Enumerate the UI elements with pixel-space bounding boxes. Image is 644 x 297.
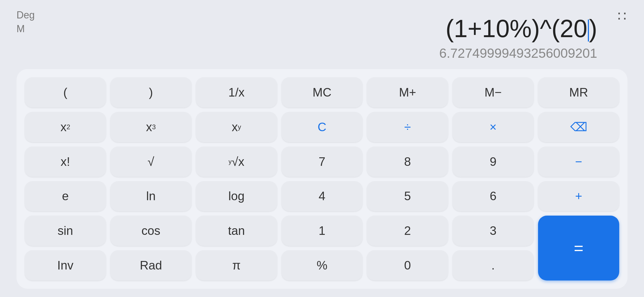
factorial-button[interactable]: x! <box>25 147 106 177</box>
inverse-button[interactable]: Inv <box>25 250 106 280</box>
memory-recall-button[interactable]: MR <box>538 77 619 108</box>
subtract-button[interactable]: − <box>538 147 619 177</box>
zero-button[interactable]: 0 <box>367 250 448 280</box>
memory-mode: M <box>17 22 35 36</box>
keypad-row-1: ( ) 1/x MC M+ M− MR <box>25 77 619 108</box>
memory-minus-button[interactable]: M− <box>452 77 534 108</box>
equals-button[interactable]: = <box>538 216 619 280</box>
close-paren-button[interactable]: ) <box>110 77 192 108</box>
nine-button[interactable]: 9 <box>452 147 534 177</box>
tan-button[interactable]: tan <box>196 216 277 246</box>
euler-button[interactable]: e <box>25 181 106 211</box>
two-button[interactable]: 2 <box>367 216 448 246</box>
square-button[interactable]: x2 <box>25 112 106 142</box>
three-button[interactable]: 3 <box>452 216 534 246</box>
keypad: ( ) 1/x MC M+ M− MR x2 x3 xy C ÷ × ⌫ x! … <box>17 69 627 289</box>
ln-button[interactable]: ln <box>110 181 192 211</box>
keypad-container: ( ) 1/x MC M+ M− MR x2 x3 xy C ÷ × ⌫ x! … <box>0 66 644 297</box>
keypad-row-4: e ln log 4 5 6 + <box>25 181 619 211</box>
keypad-row-3: x! √ y√x 7 8 9 − <box>25 147 619 177</box>
seven-button[interactable]: 7 <box>282 147 363 177</box>
decimal-button[interactable]: . <box>452 250 534 280</box>
nth-root-button[interactable]: y√x <box>196 147 277 177</box>
keypad-row-2: x2 x3 xy C ÷ × ⌫ <box>25 112 619 142</box>
log-button[interactable]: log <box>196 181 277 211</box>
four-button[interactable]: 4 <box>282 181 363 211</box>
mode-labels: Deg M <box>17 8 35 36</box>
sin-button[interactable]: sin <box>25 216 106 246</box>
pi-button[interactable]: π <box>196 250 277 280</box>
power-button[interactable]: xy <box>196 112 277 142</box>
display-area: Deg M ∷ (1+10%)^(20) 6.72749999493256009… <box>0 0 644 66</box>
eight-button[interactable]: 8 <box>367 147 448 177</box>
cos-button[interactable]: cos <box>110 216 192 246</box>
backspace-button[interactable]: ⌫ <box>538 112 619 142</box>
expression-display: (1+10%)^(20) <box>17 14 627 43</box>
reciprocal-button[interactable]: 1/x <box>196 77 277 108</box>
sqrt-button[interactable]: √ <box>110 147 192 177</box>
five-button[interactable]: 5 <box>367 181 448 211</box>
percent-button[interactable]: % <box>282 250 363 280</box>
degree-mode: Deg <box>17 8 35 22</box>
clear-button[interactable]: C <box>282 112 363 142</box>
memory-clear-button[interactable]: MC <box>282 77 363 108</box>
menu-button[interactable]: ∷ <box>618 8 627 24</box>
cube-button[interactable]: x3 <box>110 112 192 142</box>
memory-plus-button[interactable]: M+ <box>367 77 448 108</box>
add-button[interactable]: + <box>538 181 619 211</box>
cursor <box>588 20 589 42</box>
result-display: 6.72749999493256009201 <box>17 46 627 61</box>
open-paren-button[interactable]: ( <box>25 77 106 108</box>
multiply-button[interactable]: × <box>452 112 534 142</box>
six-button[interactable]: 6 <box>452 181 534 211</box>
divide-button[interactable]: ÷ <box>367 112 448 142</box>
one-button[interactable]: 1 <box>282 216 363 246</box>
keypad-rows-5-6: sin cos tan 1 2 3 = Inv Rad π % 0 . <box>25 216 619 280</box>
rad-button[interactable]: Rad <box>110 250 192 280</box>
